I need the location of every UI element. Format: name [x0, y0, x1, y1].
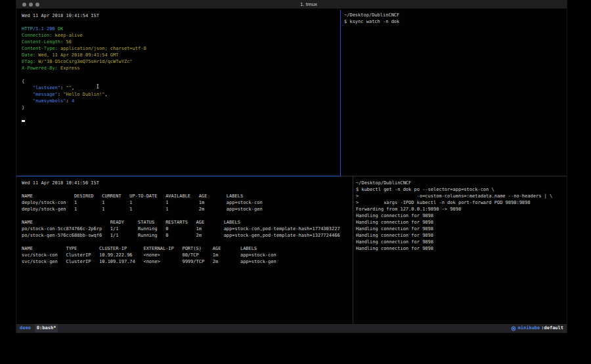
terminal-line: Handling connection for 9898 [356, 219, 567, 226]
terminal-line: "lastseen": "", [22, 85, 340, 91]
close-button[interactable] [22, 3, 26, 7]
window-tab-bash[interactable]: 0:bash* [35, 324, 58, 333]
kube-namespace: :default [541, 324, 563, 333]
zoom-button[interactable] [35, 3, 39, 7]
terminal-line [22, 239, 353, 245]
terminal-line [22, 71, 340, 78]
terminal-line [22, 186, 353, 193]
pane-kubectl-resources[interactable]: Wed 11 Apr 2018 10:41:56 IST NAME DESIRE… [16, 176, 353, 324]
terminal-line: Content-Length: 56 [22, 39, 340, 45]
terminal-line: X-Powered-By: Express [22, 65, 340, 71]
pane-divider-vertical-bottom[interactable] [353, 176, 353, 324]
terminal-line [22, 19, 340, 26]
kube-context: minikube [518, 324, 540, 333]
terminal-line: > xargs -IPOD kubectl -n dok port-forwar… [356, 199, 567, 206]
tmux-status-bar: demo 0:bash* minikube:default [16, 324, 567, 333]
terminal-line [22, 117, 340, 124]
pane-divider-horizontal-left[interactable] [16, 176, 341, 176]
session-name: demo [20, 324, 31, 333]
pane-divider-horizontal-right[interactable] [341, 176, 567, 176]
terminal-line: NAME READY STATUS RESTARTS AGE LABELS [22, 219, 353, 226]
terminal-line: po/stock-con-5cc874766c-2p6rp 1/1 Runnin… [22, 226, 353, 232]
terminal-line: "numsymbols": 4 [22, 98, 340, 104]
status-right: minikube:default [511, 324, 563, 333]
terminal-line: svc/stock-con ClusterIP 10.99.222.96 <no… [22, 252, 353, 258]
terminal-line: Wed 11 Apr 2018 10:41:56 IST [22, 180, 353, 186]
terminal-line: Wed 11 Apr 2018 10:41:54 IST [22, 12, 340, 19]
terminal-line: $ ksync watch -n dok [344, 18, 567, 25]
terminal-line: ~/Desktop/DublinCNCF [356, 180, 567, 186]
terminal-line: NAME TYPE CLUSTER-IP EXTERNAL-IP PORT(S)… [22, 245, 353, 252]
terminal-line: > -o=custom-columns=:metadata.name --no-… [356, 193, 567, 199]
terminal-line: Forwarding from 127.0.0.1:9898 -> 9898 [356, 206, 567, 212]
kubernetes-helm-icon [511, 326, 516, 331]
mouse-text-cursor-icon: I [97, 83, 99, 90]
terminal-line [22, 212, 353, 219]
minimize-button[interactable] [29, 3, 33, 7]
tmux-session: I Wed 11 Apr 2018 10:41:54 IST HTTP/1.1 … [16, 10, 567, 324]
pane-port-forward[interactable]: ~/Desktop/DublinCNCF$ kubectl get -n dok… [353, 176, 567, 324]
window-title: 1. tmux [33, 1, 584, 7]
traffic-lights [22, 3, 39, 7]
terminal-line [22, 111, 340, 117]
titlebar[interactable]: 1. tmux [16, 0, 567, 9]
terminal-line: ETag: W/"38-O5coCsrg3mQ75sHr1d/qcWTwYZc" [22, 58, 340, 65]
terminal-line: deploy/stock-con 1 1 1 1 1m app=stock-co… [22, 199, 353, 206]
terminal-line: "message": "Hello Dublin!", [22, 91, 340, 98]
terminal-line: svc/stock-gen ClusterIP 10.109.197.74 <n… [22, 258, 353, 265]
terminal-line: po/stock-gen-576cc688bb-swqf6 1/1 Runnin… [22, 232, 353, 239]
terminal-line: Connection: keep-alive [22, 32, 340, 39]
terminal-line: deploy/stock-gen 1 1 1 1 2m app=stock-ge… [22, 206, 353, 212]
terminal-line: Handling connection for 9898 [356, 212, 567, 219]
terminal-line: HTTP/1.1 200 OK [22, 26, 340, 32]
terminal-line: } [22, 104, 340, 111]
terminal-line: Handling connection for 9898 [356, 232, 567, 239]
terminal-line: Content-Type: application/json; charset=… [22, 45, 340, 52]
terminal-line: Date: Wed, 11 Apr 2018 09:41:54 GMT [22, 52, 340, 58]
pane-ksync-watch[interactable]: ~/Desktop/DublinCNCF$ ksync watch -n dok [341, 10, 567, 176]
terminal-line: Handling connection for 9898 [356, 239, 567, 245]
terminal-line: Handling connection for 9898 [356, 245, 567, 252]
terminal-line: { [22, 78, 340, 85]
terminal-window: 1. tmux I Wed 11 Apr 2018 10:41:54 IST H… [16, 0, 567, 333]
desktop: { "window": { "title": "1. tmux" }, "col… [0, 0, 591, 364]
terminal-line: NAME DESIRED CURRENT UP-TO-DATE AVAILABL… [22, 193, 353, 199]
terminal-line: $ kubectl get -n dok po --selector=app=s… [356, 186, 567, 193]
pane-http-response[interactable]: I Wed 11 Apr 2018 10:41:54 IST HTTP/1.1 … [16, 10, 340, 176]
terminal-line: ~/Desktop/DublinCNCF [344, 12, 567, 18]
terminal-block-cursor [22, 120, 25, 122]
pane-divider-vertical-top[interactable] [340, 10, 341, 176]
terminal-line: Handling connection for 9898 [356, 226, 567, 232]
